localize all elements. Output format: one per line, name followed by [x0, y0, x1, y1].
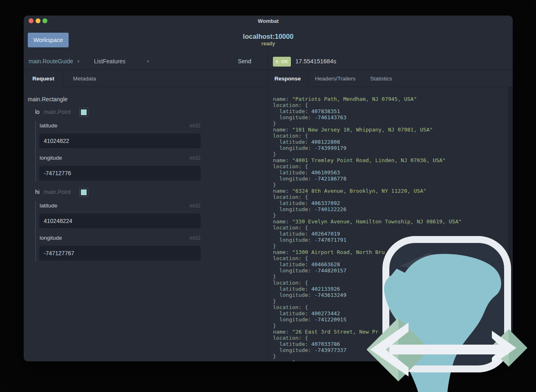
tab-statistics[interactable]: Statistics	[363, 70, 400, 87]
tab-response[interactable]: Response	[268, 70, 308, 87]
server-status: ready	[24, 40, 513, 47]
hi-latitude-input[interactable]	[39, 214, 201, 228]
status-code-badge: 0: OK	[273, 57, 291, 67]
checkbox-fill	[81, 189, 87, 195]
window-title: Wombat	[24, 18, 513, 24]
server-info: localhost:10000 ready	[24, 33, 513, 47]
field-label: latitude	[40, 203, 58, 209]
field-type-hi: main.Point	[44, 189, 71, 195]
tab-headers-trailers[interactable]: Headers/Trailers	[308, 70, 363, 87]
divider	[63, 87, 268, 87]
response-scrollbar[interactable]	[508, 87, 513, 361]
field-type-badge: int32	[176, 155, 201, 161]
tab-request-label: Request	[32, 76, 54, 82]
chevron-down-icon: ▼	[146, 59, 150, 64]
field-enabled-checkbox-lo[interactable]	[79, 108, 88, 117]
field-label: longitude	[40, 155, 62, 161]
tab-request[interactable]: Request	[24, 70, 63, 87]
field-name-lo: lo	[35, 109, 40, 115]
service-select[interactable]: main.RouteGuide ▼	[29, 52, 80, 70]
method-select-value: ListFeatures	[94, 58, 125, 65]
field-enabled-checkbox-hi[interactable]	[79, 188, 88, 197]
chevron-down-icon: ▼	[76, 59, 80, 64]
screen: Wombat Workspace localhost:10000 ready m…	[0, 0, 536, 392]
field-name-hi: hi	[35, 189, 40, 195]
method-select[interactable]: ListFeatures ▼	[94, 52, 150, 70]
send-button[interactable]: Send	[235, 52, 254, 70]
message-type-label: main.Rectangle	[28, 96, 67, 102]
field-type-lo: main.Point	[44, 109, 71, 115]
service-select-value: main.RouteGuide	[29, 58, 73, 65]
divider	[63, 70, 63, 87]
server-address: localhost:10000	[24, 33, 513, 40]
field-type-badge: int32	[176, 123, 201, 129]
tab-metadata[interactable]: Metadata	[63, 70, 106, 87]
tab-response-label: Response	[275, 76, 301, 82]
field-type-badge: int32	[176, 235, 201, 241]
nesting-line	[35, 121, 36, 182]
tab-headers-trailers-label: Headers/Trailers	[315, 76, 355, 82]
checkbox-fill	[81, 109, 87, 115]
field-label: latitude	[40, 122, 58, 129]
tab-statistics-label: Statistics	[370, 76, 392, 82]
hi-longitude-input[interactable]	[39, 246, 201, 261]
divider	[308, 70, 308, 87]
lo-latitude-input[interactable]	[39, 134, 201, 148]
call-duration: 17.554151684s	[295, 58, 336, 65]
field-label: longitude	[40, 235, 62, 241]
field-type-badge: int32	[176, 203, 201, 209]
lo-longitude-input[interactable]	[39, 166, 201, 180]
response-body: name: "Patriots Path, Mendham, NJ 07945,…	[273, 96, 462, 361]
divider	[308, 87, 513, 87]
tab-metadata-label: Metadata	[73, 76, 96, 82]
wombat-window: Wombat Workspace localhost:10000 ready m…	[24, 16, 513, 361]
nesting-line	[35, 201, 36, 262]
panel-divider	[268, 52, 268, 361]
